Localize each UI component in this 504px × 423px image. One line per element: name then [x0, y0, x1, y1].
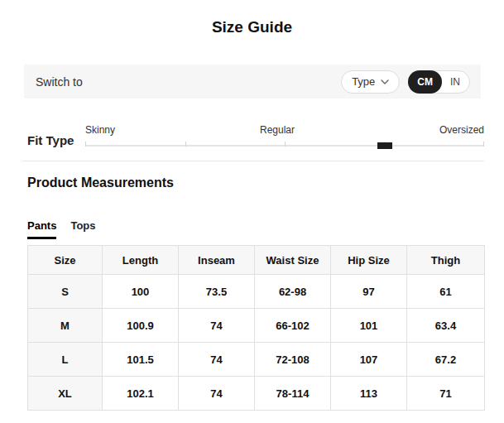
- measurement-cell: 61: [407, 275, 485, 309]
- measurement-cell: 67.2: [407, 343, 485, 377]
- table-row: S10073.562-989761: [28, 275, 485, 309]
- unit-toggle: CMIN: [408, 70, 470, 94]
- switch-to-label: Switch to: [36, 75, 83, 89]
- measurement-cell: 97: [331, 275, 407, 309]
- size-table-body: S10073.562-989761M100.97466-10210163.4L1…: [28, 275, 485, 411]
- fit-type-tick: [85, 142, 86, 147]
- unit-option-cm[interactable]: CM: [408, 70, 442, 94]
- measurement-tabs: PantsTops: [27, 219, 96, 239]
- table-header-cell: Waist Size: [255, 246, 331, 275]
- size-guide-panel: Size Guide Switch to Type CMIN Fit Type …: [0, 0, 504, 423]
- measurement-cell: 101.5: [103, 343, 179, 377]
- fit-scale-label-skinny: Skinny: [85, 124, 115, 136]
- fit-type-tick: [483, 142, 484, 147]
- measurement-cell: 100.9: [103, 309, 179, 343]
- fit-type-scale-labels: SkinnyRegularOversized: [85, 124, 484, 136]
- measurement-cell: 78-114: [255, 377, 331, 411]
- size-table: SizeLengthInseamWaist SizeHip SizeThigh …: [27, 245, 485, 411]
- fit-type-label: Fit Type: [27, 133, 74, 147]
- fit-type-tick: [285, 142, 286, 147]
- measurement-cell: 102.1: [103, 377, 179, 411]
- product-measurements-heading: Product Measurements: [27, 175, 174, 190]
- measurement-cell: 74: [179, 309, 255, 343]
- measurement-cell: 72-108: [255, 343, 331, 377]
- table-header-row: SizeLengthInseamWaist SizeHip SizeThigh: [28, 246, 485, 275]
- size-cell: S: [28, 275, 103, 309]
- size-cell: L: [28, 343, 103, 377]
- size-cell: XL: [28, 377, 103, 411]
- measurement-cell: 71: [407, 377, 485, 411]
- switch-controls: Type CMIN: [341, 70, 470, 94]
- fit-type-slider: SkinnyRegularOversized: [85, 124, 484, 149]
- table-row: L101.57472-10810767.2: [28, 343, 485, 377]
- measurement-cell: 113: [331, 377, 407, 411]
- table-row: M100.97466-10210163.4: [28, 309, 485, 343]
- unit-option-in[interactable]: IN: [441, 70, 469, 94]
- table-header-cell: Size: [28, 246, 103, 275]
- size-table-head: SizeLengthInseamWaist SizeHip SizeThigh: [28, 246, 485, 275]
- switch-bar: Switch to Type CMIN: [24, 65, 481, 99]
- measurement-cell: 74: [179, 377, 255, 411]
- measurement-cell: 101: [331, 309, 407, 343]
- measurement-cell: 100: [103, 275, 179, 309]
- tab-tops[interactable]: Tops: [70, 219, 95, 239]
- measurement-cell: 107: [331, 343, 407, 377]
- tab-pants[interactable]: Pants: [27, 219, 56, 239]
- measurement-cell: 63.4: [407, 309, 485, 343]
- table-header-cell: Hip Size: [331, 246, 407, 275]
- table-header-cell: Thigh: [407, 246, 485, 275]
- type-dropdown-label: Type: [352, 75, 375, 88]
- fit-scale-label-regular: Regular: [260, 124, 295, 136]
- measurement-cell: 73.5: [179, 275, 255, 309]
- fit-type-indicator: [377, 142, 392, 149]
- measurement-cell: 62-98: [255, 275, 331, 309]
- size-cell: M: [28, 309, 103, 343]
- measurement-cell: 66-102: [255, 309, 331, 343]
- table-header-cell: Length: [103, 246, 179, 275]
- fit-scale-label-oversized: Oversized: [439, 124, 484, 136]
- section-divider: [22, 161, 484, 161]
- fit-type-track: [85, 142, 484, 149]
- table-header-cell: Inseam: [179, 246, 255, 275]
- type-dropdown[interactable]: Type: [341, 70, 400, 94]
- page-title: Size Guide: [0, 18, 504, 36]
- chevron-down-icon: [381, 79, 389, 84]
- fit-type-tick: [185, 142, 186, 147]
- table-row: XL102.17478-11411371: [28, 377, 485, 411]
- measurement-cell: 74: [179, 343, 255, 377]
